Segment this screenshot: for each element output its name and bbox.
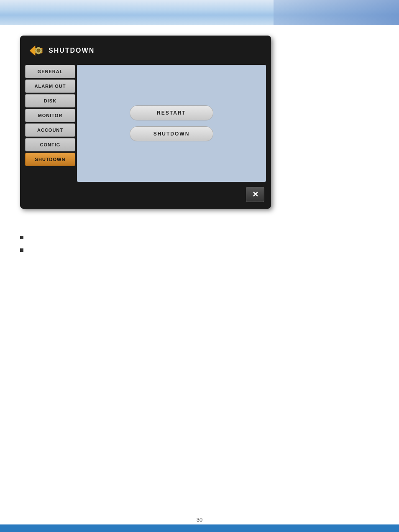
settings-icon xyxy=(28,42,44,59)
bullet-item-2 xyxy=(20,247,28,252)
dialog-body: GENERAL ALARM OUT DISK MONITOR ACCOUNT C… xyxy=(25,65,266,182)
svg-rect-4 xyxy=(38,53,39,54)
sidebar-item-shutdown[interactable]: SHUTDOWN xyxy=(25,153,75,166)
bottom-bar xyxy=(0,524,399,532)
sidebar-item-config[interactable]: CONFIG xyxy=(25,138,75,151)
dialog-title-bar: SHUTDOWN xyxy=(25,41,266,61)
bullet-dot-2 xyxy=(20,248,23,252)
restart-button[interactable]: RESTART xyxy=(130,105,213,120)
sidebar-item-monitor[interactable]: MONITOR xyxy=(25,109,75,122)
dialog-footer: ✕ xyxy=(25,185,266,204)
sidebar-item-disk[interactable]: DISK xyxy=(25,94,75,107)
shutdown-dialog: SHUTDOWN GENERAL ALARM OUT DISK MONITOR … xyxy=(20,36,271,209)
close-button[interactable]: ✕ xyxy=(246,187,264,202)
shutdown-button[interactable]: SHUTDOWN xyxy=(130,126,213,141)
svg-rect-6 xyxy=(41,50,42,51)
page-number: 30 xyxy=(197,517,202,523)
sidebar-item-account[interactable]: ACCOUNT xyxy=(25,123,75,137)
bullet-dot-1 xyxy=(20,236,23,239)
sidebar-nav: GENERAL ALARM OUT DISK MONITOR ACCOUNT C… xyxy=(25,65,75,182)
top-header xyxy=(0,0,399,25)
dialog-title-text: SHUTDOWN xyxy=(49,47,95,54)
svg-rect-3 xyxy=(38,47,39,48)
content-panel: RESTART SHUTDOWN xyxy=(77,65,266,182)
bullet-item-1 xyxy=(20,234,28,239)
svg-point-2 xyxy=(37,49,40,52)
svg-rect-5 xyxy=(35,50,36,51)
bullets-section xyxy=(20,234,28,259)
sidebar-item-alarm-out[interactable]: ALARM OUT xyxy=(25,79,75,93)
sidebar-item-general[interactable]: GENERAL xyxy=(25,65,75,78)
